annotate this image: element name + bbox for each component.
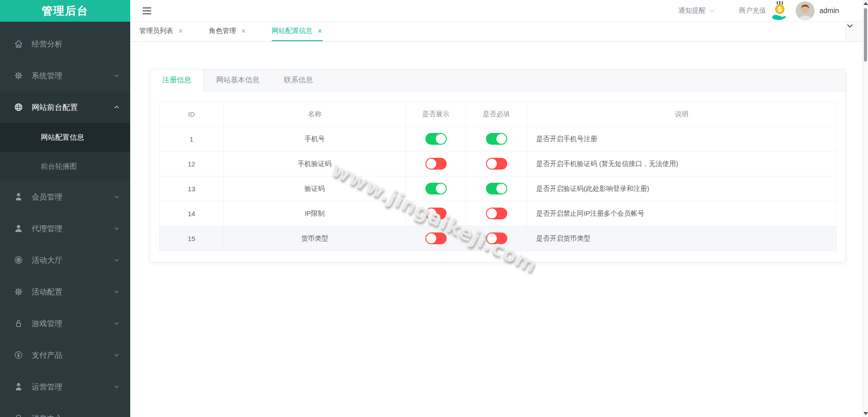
merchant-recharge-button[interactable]: 商户充值 $ [739, 0, 789, 21]
user-tie-icon [14, 382, 24, 392]
sidebar-item-label: 活动配置 [32, 287, 113, 297]
avatar [796, 1, 815, 20]
sidebar-item-10[interactable]: 消息中心 [0, 403, 130, 417]
cell-required [466, 152, 527, 176]
sidebar-item-9[interactable]: 运营管理 [0, 371, 130, 403]
sidebar-item-2[interactable]: 网站前台配置 [0, 91, 130, 123]
cell-show [406, 176, 466, 201]
unlock-icon [14, 318, 24, 328]
sidebar-group: 网站前台配置网站配置信息前台轮播图 [0, 91, 130, 181]
cell-id: 14 [160, 201, 224, 226]
column-header: 说明 [527, 102, 837, 127]
close-icon[interactable] [241, 28, 246, 34]
sidebar-item-1[interactable]: 系统管理 [0, 60, 130, 91]
cell-name: 验证码 [224, 176, 406, 201]
sidebar-subitem-1[interactable]: 前台轮播图 [0, 152, 130, 181]
close-icon[interactable] [178, 28, 184, 34]
toggle-knob [426, 208, 436, 218]
card-tab-0[interactable]: 注册信息 [150, 70, 204, 91]
open-tab-2[interactable]: 网站配置信息 [272, 22, 323, 41]
open-tab-0[interactable]: 管理员列表 [139, 22, 184, 41]
sidebar-item-0[interactable]: 经营分析 [0, 28, 130, 60]
required-toggle[interactable] [486, 133, 507, 145]
notice-dropdown[interactable]: 通知提醒 [678, 6, 715, 15]
chevron-up-icon [113, 104, 120, 111]
gear-icon [14, 71, 24, 81]
yen-circle-icon [14, 350, 24, 360]
chevron-down-icon [113, 320, 120, 327]
scrollbar-down-arrow[interactable] [863, 412, 868, 415]
recharge-label: 商户充值 [739, 6, 766, 15]
card-tab-1[interactable]: 网站基本信息 [204, 70, 272, 91]
sidebar-subitem-label: 网站配置信息 [41, 133, 84, 142]
column-header: 是否展示 [406, 102, 466, 127]
app-title: 管理后台 [0, 0, 130, 22]
page-scrollbar[interactable] [863, 0, 868, 417]
show-toggle[interactable] [425, 232, 447, 244]
settings-card: 注册信息网站基本信息联系信息 ID名称是否展示是否必填说明 1手机号是否开启手机… [150, 69, 846, 262]
show-toggle[interactable] [425, 183, 447, 194]
sidebar-item-6[interactable]: 活动配置 [0, 276, 130, 308]
sidebar-subitem-label: 前台轮播图 [41, 162, 77, 171]
topbar-right: 通知提醒 商户充值 $ [678, 0, 839, 21]
user-tie-icon [14, 192, 24, 202]
required-toggle[interactable] [486, 183, 507, 194]
cell-description: 是否开启手机验证码 (暂无短信接口，无法使用) [527, 152, 837, 176]
cell-name: IP限制 [224, 201, 406, 226]
cell-id: 15 [160, 226, 224, 251]
settings-card-tabs: 注册信息网站基本信息联系信息 [150, 70, 845, 91]
sidebar-item-label: 活动大厅 [32, 255, 113, 265]
sidebar-item-5[interactable]: 活动大厅 [0, 244, 130, 276]
table-row: 15货币类型是否开启货币类型 [160, 226, 837, 251]
show-toggle[interactable] [425, 158, 447, 170]
sidebar-submenu: 网站配置信息前台轮播图 [0, 123, 130, 181]
toggle-knob [487, 208, 497, 218]
toggle-knob [436, 134, 446, 144]
required-toggle[interactable] [486, 208, 507, 219]
sidebar-item-4[interactable]: 代理管理 [0, 213, 130, 244]
user-menu[interactable]: admin [796, 1, 839, 20]
cell-description: 是否开启验证码(此处影响登录和注册) [527, 176, 837, 201]
sidebar-item-label: 游戏管理 [32, 318, 113, 329]
cell-show [406, 127, 466, 152]
notice-label: 通知提醒 [678, 6, 705, 15]
sidebar: 管理后台 经营分析系统管理网站前台配置网站配置信息前台轮播图会员管理代理管理活动… [0, 0, 130, 417]
sidebar-subitem-0[interactable]: 网站配置信息 [0, 123, 130, 152]
sidebar-item-label: 会员管理 [32, 192, 113, 202]
card-tab-2[interactable]: 联系信息 [272, 70, 325, 91]
toggle-knob [496, 184, 506, 194]
open-tab-label: 角色管理 [209, 27, 236, 35]
open-tab-label: 管理员列表 [139, 27, 173, 35]
main-area: 通知提醒 商户充值 $ [130, 0, 868, 417]
open-tab-1[interactable]: 角色管理 [209, 22, 246, 41]
gear-icon [14, 287, 24, 297]
card-tab-label: 网站基本信息 [216, 76, 259, 85]
required-toggle[interactable] [486, 232, 507, 244]
open-tabs-bar: 管理员列表角色管理网站配置信息 [130, 22, 868, 42]
scrollbar-up-arrow[interactable] [863, 2, 868, 5]
cell-required [466, 226, 527, 251]
toggle-knob [426, 159, 436, 169]
scrollbar-thumb[interactable] [864, 8, 867, 62]
sidebar-item-label: 系统管理 [32, 71, 113, 81]
sidebar-item-label: 经营分析 [32, 39, 120, 49]
cell-required [466, 176, 527, 201]
toggle-knob [487, 159, 497, 169]
user-icon [14, 223, 24, 233]
cell-show [406, 226, 466, 251]
sidebar-item-7[interactable]: 游戏管理 [0, 308, 130, 339]
chevron-down-icon [113, 415, 120, 417]
sidebar-item-label: 消息中心 [32, 413, 113, 417]
hamburger-menu-icon[interactable] [141, 5, 153, 17]
table-row: 12手机验证码是否开启手机验证码 (暂无短信接口，无法使用) [160, 152, 837, 176]
required-toggle[interactable] [486, 158, 507, 170]
show-toggle[interactable] [425, 208, 447, 219]
show-toggle[interactable] [425, 133, 447, 145]
sidebar-item-3[interactable]: 会员管理 [0, 181, 130, 213]
sidebar-item-8[interactable]: 支付产品 [0, 339, 130, 371]
sidebar-item-label: 运营管理 [32, 382, 113, 392]
close-icon[interactable] [317, 28, 323, 34]
chevron-down-icon [113, 383, 120, 390]
chevron-down-icon [113, 225, 120, 232]
cell-show [406, 201, 466, 226]
